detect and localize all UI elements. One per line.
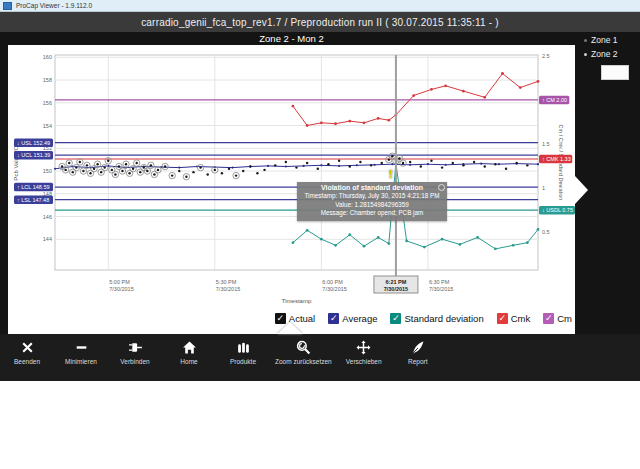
- svg-text:↑ LSL 147.48: ↑ LSL 147.48: [17, 197, 49, 203]
- svg-text:!: !: [389, 168, 393, 180]
- legend-label: Cm: [557, 313, 572, 324]
- svg-text:↓ UCL 151.39: ↓ UCL 151.39: [17, 152, 50, 158]
- legend-item-standard-deviation[interactable]: ✓Standard deviation: [390, 313, 483, 324]
- limit-badge[interactable]: ↓ USDL 0.75: [539, 206, 575, 215]
- window-titlebar: ProCap Viewer - 1.9.112.0: [0, 0, 640, 12]
- svg-text:7/30/2015: 7/30/2015: [429, 286, 453, 292]
- toolbar-button-connect[interactable]: Verbinden: [108, 334, 162, 365]
- violation-warning-icon: !: [389, 168, 393, 180]
- connect-icon: [128, 340, 143, 355]
- toolbar-button-label: Verbinden: [120, 358, 149, 365]
- limit-badge[interactable]: ↓ USL 152.49: [14, 139, 53, 148]
- zone-sidebar: Zone 1Zone 2: [575, 32, 640, 334]
- toolbar-button-label: Minimieren: [65, 358, 97, 365]
- legend-label: Cmk: [511, 313, 531, 324]
- svg-text:160: 160: [43, 54, 52, 60]
- run-title: carradio_genii_fca_top_rev1.7 / Preprodu…: [141, 17, 499, 28]
- toolbar-button-label: Home: [180, 358, 197, 365]
- close-icon: [20, 340, 35, 355]
- toolbar-button-label: Produkte: [230, 358, 256, 365]
- plot-grid: [55, 55, 538, 270]
- svg-text:7/30/2015: 7/30/2015: [216, 286, 240, 292]
- limit-badge[interactable]: ↑ CM 2.00: [539, 96, 569, 105]
- report-icon: [410, 340, 425, 355]
- toolbar-button-label: Verschieben: [346, 358, 382, 365]
- svg-text:154: 154: [43, 123, 52, 129]
- toolbar-button-close[interactable]: Beenden: [0, 334, 54, 365]
- tooltip-close-icon[interactable]: [438, 184, 445, 191]
- cursor-label: 6:21 PM7/30/2015: [374, 276, 418, 293]
- legend-checkbox[interactable]: ✓: [390, 313, 401, 324]
- chart-plot: 6:21 PM7/30/2015!14414614815015215415615…: [8, 45, 575, 308]
- svg-text:144: 144: [43, 236, 52, 242]
- chart-panel: 6:21 PM7/30/2015!14414614815015215415615…: [8, 45, 575, 334]
- main-area: Zone 2 - Mon 2 6:21 PM7/30/2015!14414614…: [0, 32, 640, 334]
- legend-label: Standard deviation: [404, 313, 483, 324]
- window-title: ProCap Viewer - 1.9.112.0: [16, 2, 92, 9]
- svg-text:0.5: 0.5: [542, 229, 550, 235]
- svg-text:146: 146: [43, 214, 52, 220]
- violation-tooltip: Violation of standard deviation Timestam…: [297, 182, 447, 221]
- sidebar-flyout-arrow-icon[interactable]: [575, 176, 588, 204]
- sidebar-item-zone-2[interactable]: Zone 2: [575, 48, 640, 60]
- svg-text:↑ LCL 148.59: ↑ LCL 148.59: [17, 184, 50, 190]
- toolbar-button-report[interactable]: Report: [391, 334, 445, 365]
- svg-text:1.5: 1.5: [542, 141, 550, 147]
- svg-text:7/30/2015: 7/30/2015: [384, 286, 408, 292]
- svg-text:↑ CMK 1.33: ↑ CMK 1.33: [542, 156, 571, 162]
- zone-bullet-icon: [584, 53, 587, 56]
- sidebar-item-zone-1[interactable]: Zone 1: [575, 34, 640, 46]
- toolbar-button-label: Report: [408, 358, 428, 365]
- zone-label: Zone 1: [591, 35, 617, 45]
- left-axis-title: Pcb Value [C]: [13, 144, 19, 181]
- zone-list: Zone 1Zone 2: [575, 34, 640, 60]
- tooltip-message: Message: Chamber opend; PCB jam: [301, 209, 443, 218]
- svg-text:6:21 PM: 6:21 PM: [386, 279, 407, 285]
- home-icon: [182, 340, 197, 355]
- toolbar-button-label: Zoom zurücksetzen: [275, 358, 332, 365]
- zone-thumbnail[interactable]: [601, 65, 629, 80]
- svg-text:5:30 PM: 5:30 PM: [216, 279, 237, 285]
- legend-item-cmk[interactable]: ✓Cmk: [497, 313, 531, 324]
- svg-text:156: 156: [43, 100, 52, 106]
- toolbar-button-zoom-reset[interactable]: Zoom zurücksetzen: [270, 334, 337, 365]
- legend-checkbox[interactable]: ✓: [543, 313, 554, 324]
- legend-checkbox[interactable]: ✓: [328, 313, 339, 324]
- svg-text:158: 158: [43, 77, 52, 83]
- svg-text:7/30/2015: 7/30/2015: [322, 286, 346, 292]
- legend-checkbox[interactable]: ✓: [497, 313, 508, 324]
- tooltip-timestamp: Timestamp: Thursday, July 30, 2015 4:21:…: [301, 192, 443, 201]
- zoom-reset-icon: [296, 340, 311, 355]
- app-window: ProCap Viewer - 1.9.112.0 carradio_genii…: [0, 0, 640, 469]
- zone-label: Zone 2: [591, 49, 617, 59]
- app-icon: [3, 2, 12, 10]
- limit-badge[interactable]: ↑ CMK 1.33: [539, 155, 572, 164]
- svg-text:2.5: 2.5: [542, 53, 550, 59]
- limit-badge[interactable]: ↑ LSL 147.48: [14, 195, 53, 204]
- minimize-icon: [74, 340, 89, 355]
- legend-item-average[interactable]: ✓Average: [328, 313, 377, 324]
- toolbar-button-minimize[interactable]: Minimieren: [54, 334, 108, 365]
- legend: ✓Actual✓Average✓Standard deviation✓Cmk✓C…: [275, 313, 572, 324]
- limit-badge[interactable]: ↑ LCL 148.59: [14, 183, 53, 192]
- svg-text:150: 150: [43, 168, 52, 174]
- x-axis-title: Timestamp: [282, 298, 312, 304]
- svg-text:5:00 PM: 5:00 PM: [109, 279, 130, 285]
- bottom-gap: [0, 381, 640, 469]
- svg-text:↓ USL 152.49: ↓ USL 152.49: [17, 140, 50, 146]
- limit-badge[interactable]: ↓ UCL 151.39: [14, 151, 53, 160]
- legend-item-cm[interactable]: ✓Cm: [543, 313, 572, 324]
- legend-label: Average: [342, 313, 377, 324]
- move-icon: [356, 340, 371, 355]
- toolbar-button-home[interactable]: Home: [162, 334, 216, 365]
- toolbar-handle-icon[interactable]: [277, 322, 303, 334]
- svg-text:1: 1: [542, 185, 545, 191]
- toolbar-button-products[interactable]: Produkte: [216, 334, 270, 365]
- svg-text:↑ CM 2.00: ↑ CM 2.00: [542, 97, 567, 103]
- products-icon: [236, 340, 251, 355]
- toolbar-button-label: Beenden: [14, 358, 40, 365]
- toolbar-button-move[interactable]: Verschieben: [337, 334, 391, 365]
- tooltip-value: Value: 1.28154984296359: [301, 201, 443, 210]
- zone-bullet-icon: [584, 39, 587, 42]
- run-header: carradio_genii_fca_top_rev1.7 / Preprodu…: [0, 12, 640, 32]
